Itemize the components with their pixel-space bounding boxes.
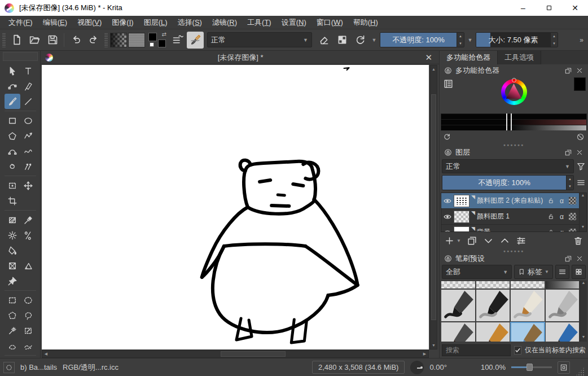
bezier-select-tool[interactable] [5, 338, 20, 353]
layer-alpha-lock-icon[interactable]: α [557, 196, 567, 206]
menu-h[interactable]: 帮助(H) [348, 16, 383, 29]
undo-button[interactable] [67, 32, 84, 49]
brush-search-input[interactable]: 搜索 [442, 344, 511, 356]
redo-button[interactable] [85, 32, 102, 49]
menu-i[interactable]: 图像(I) [107, 16, 138, 29]
layer-row[interactable]: ◥颜料图层 2 (来自粘贴)α [441, 193, 579, 209]
size-slider[interactable]: 大小: 7.50 像素 [476, 33, 550, 47]
reload-dropdown-arrow[interactable]: ▼ [370, 32, 379, 47]
menu-w[interactable]: 窗口(W) [311, 16, 348, 29]
brush-preset-pen-dark[interactable] [441, 289, 476, 322]
layer-inherit-alpha-icon[interactable] [568, 212, 577, 221]
selection-status-button[interactable] [3, 362, 15, 373]
brush-preset-brush-dark[interactable] [441, 322, 476, 342]
menu-r[interactable]: 滤镜(R) [207, 16, 242, 29]
layer-name[interactable]: 颜料图层 2 (来自粘贴) [477, 196, 545, 206]
layer-lock-open-icon[interactable] [546, 212, 556, 221]
layer-row[interactable]: ◥背景α [441, 225, 579, 232]
menu-e[interactable]: 编辑(E) [38, 16, 72, 29]
size-spinner[interactable]: ▲▼ [550, 33, 558, 47]
lock-docker-icon[interactable] [444, 255, 452, 263]
toolbar-grip[interactable] [104, 33, 108, 47]
ellipse-tool[interactable] [20, 113, 36, 128]
float-docker-icon[interactable] [564, 67, 572, 75]
menu-s[interactable]: 选择(S) [173, 16, 207, 29]
background-color-swatch[interactable] [158, 40, 166, 47]
shade-bar-2[interactable] [441, 119, 587, 125]
layer-filter-icon[interactable] [576, 161, 586, 171]
freehand-select-tool[interactable] [20, 308, 36, 323]
layer-row[interactable]: ◥颜料图层 1α [441, 209, 579, 225]
magnetic-select-tool[interactable] [20, 338, 36, 353]
brush-preset-pen-black[interactable] [476, 289, 511, 322]
scroll-down-icon[interactable]: ▼ [580, 335, 587, 342]
duplicate-layer-button[interactable] [467, 235, 477, 246]
similar-color-select-tool[interactable] [5, 323, 20, 338]
close-button[interactable]: ✕ [562, 0, 588, 16]
layer-name[interactable]: 颜料图层 1 [477, 212, 545, 221]
pattern-chooser[interactable] [128, 33, 145, 47]
layer-lock-open-icon[interactable] [546, 196, 556, 206]
minimize-button[interactable]: – [510, 0, 536, 16]
delete-layer-button[interactable] [573, 235, 583, 246]
color-sampler-tool[interactable] [20, 212, 36, 228]
color-triangle[interactable] [506, 84, 523, 100]
tags-button[interactable]: 标签 ▼ [514, 265, 553, 279]
display-mode-button[interactable] [572, 265, 586, 279]
scroll-up-icon[interactable]: ▲ [580, 281, 587, 287]
assistants-tool[interactable] [5, 258, 20, 273]
lock-docker-icon[interactable] [444, 67, 452, 75]
close-docker-icon[interactable] [576, 148, 583, 156]
canvas-rotation-dial[interactable] [410, 361, 424, 374]
new-document-button[interactable] [8, 32, 25, 49]
opacity-spinner[interactable]: ▲▼ [457, 33, 464, 47]
layer-thumbnail[interactable] [454, 195, 469, 207]
search-current-tag-checkbox[interactable] [514, 346, 521, 355]
move-tool[interactable] [20, 178, 36, 193]
multibrush-tool[interactable] [20, 159, 36, 174]
lock-docker-icon[interactable] [444, 148, 452, 156]
layer-lock-closed-icon[interactable] [546, 228, 556, 232]
freehand-brush-tool[interactable] [5, 94, 20, 109]
zoom-slider-handle[interactable] [526, 364, 533, 371]
reference-images-tool[interactable] [5, 273, 20, 288]
fit-page-button[interactable] [558, 361, 570, 374]
scroll-down-icon[interactable]: ▼ [431, 342, 437, 349]
layer-inherit-alpha-icon[interactable] [568, 196, 577, 206]
foreground-color-swatch[interactable] [148, 33, 157, 41]
refresh-shades-icon[interactable] [443, 133, 451, 141]
menu-n[interactable]: 设置(N) [277, 16, 311, 29]
polygonal-select-tool[interactable] [5, 308, 20, 323]
layer-visibility-icon[interactable] [443, 196, 452, 206]
close-docker-icon[interactable] [576, 67, 583, 75]
move-layer-down-button[interactable] [483, 235, 494, 246]
elliptical-select-tool[interactable] [20, 292, 36, 308]
menu-f[interactable]: 文件(F) [3, 16, 38, 29]
brush-preset-eraser-soft[interactable] [510, 281, 545, 289]
image-dimensions-label[interactable]: 2,480 x 3,508 (34.6 MiB) [312, 361, 405, 374]
horizontal-scrollbar[interactable]: ◀ ▶ [42, 350, 429, 358]
gradient-tool[interactable] [5, 212, 20, 228]
open-document-button[interactable] [26, 32, 43, 49]
menu-t[interactable]: 工具(T) [242, 16, 277, 29]
pattern-edit-tool[interactable] [5, 228, 20, 243]
menu-l[interactable]: 图层(L) [139, 16, 173, 29]
document-tab-close-icon[interactable]: ✕ [423, 53, 435, 63]
freehand-path-tool[interactable] [20, 143, 36, 159]
brush-preset-brush-watercolor[interactable] [510, 322, 545, 342]
scroll-left-icon[interactable]: ◀ [42, 352, 50, 356]
float-docker-icon[interactable] [564, 255, 572, 263]
brush-preset-eraser-soft[interactable] [441, 281, 476, 289]
scroll-right-icon[interactable]: ▶ [421, 352, 428, 356]
scroll-up-icon[interactable]: ▲ [431, 65, 437, 73]
current-color-swatch[interactable] [574, 77, 586, 91]
add-layer-dropdown-arrow[interactable]: ▼ [457, 238, 461, 243]
layer-options-menu-icon[interactable] [576, 178, 586, 187]
document-tab[interactable]: [未保存图像] * ✕ [41, 51, 439, 64]
preserve-alpha-button[interactable] [334, 32, 350, 49]
scroll-up-icon[interactable]: ▲ [580, 193, 586, 200]
scroll-down-icon[interactable]: ▼ [580, 225, 586, 231]
brush-preset-eraser-soft[interactable] [476, 281, 511, 289]
opacity-dropdown-arrow[interactable]: ▼ [466, 32, 475, 47]
vertical-scrollbar[interactable]: ▲ ▼ [430, 65, 437, 349]
